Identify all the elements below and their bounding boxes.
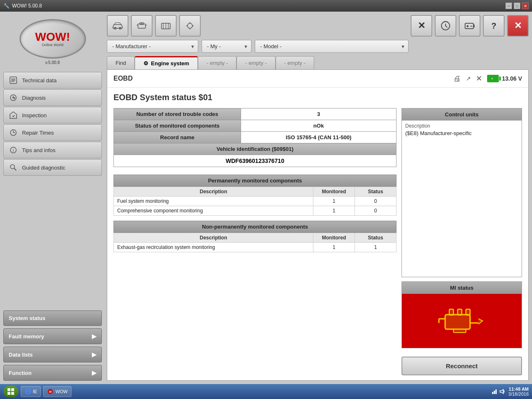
fuel-system-monitored: 1 xyxy=(313,197,355,206)
battery-voltage: 13.06 V xyxy=(502,75,522,82)
guided-diagnostic-icon xyxy=(9,163,18,172)
minimize-button[interactable]: ─ xyxy=(505,2,512,9)
toolbar: ✕ ? ✕ xyxy=(107,15,529,40)
eobd-title: EOBD System status $01 xyxy=(113,93,522,102)
col-monitored: Monitored xyxy=(313,187,355,197)
diagnosis-icon xyxy=(9,93,18,102)
system-status-button[interactable]: System status xyxy=(3,310,102,326)
table-row: Exhaust-gas recirculation system monitor… xyxy=(114,243,397,252)
data-lists-label: Data lists xyxy=(9,352,33,358)
titlebar-controls: ─ □ ✕ xyxy=(505,2,529,9)
sidebar-item-guided-diagnostic[interactable]: Guided diagnostic xyxy=(3,159,102,176)
col-status: Status xyxy=(355,187,397,197)
logo: WOW! Online World xyxy=(20,19,86,59)
egr-status: 1 xyxy=(355,243,397,252)
tips-infos-label: Tips and infos xyxy=(22,147,55,153)
close-panel-button[interactable]: ✕ xyxy=(476,74,482,83)
start-button[interactable] xyxy=(3,386,18,397)
status-monitored-value: nOk xyxy=(241,120,397,132)
technical-data-icon xyxy=(9,76,18,85)
tips-infos-icon: i xyxy=(9,145,18,155)
svg-rect-56 xyxy=(495,389,497,394)
svg-rect-38 xyxy=(449,309,453,315)
table-row: Comprehensive component monitoring 1 0 xyxy=(114,206,397,216)
logo-name: WOW! xyxy=(35,31,70,43)
data-lists-arrow: ▶ xyxy=(92,351,96,358)
data-lists-button[interactable]: Data lists ▶ xyxy=(3,347,102,362)
svg-rect-35 xyxy=(496,77,497,80)
fault-memory-button[interactable]: Fault memory ▶ xyxy=(3,328,102,344)
model-dropdown-wrapper: - Model - ▼ xyxy=(255,40,409,53)
maximize-button[interactable]: □ xyxy=(514,2,520,9)
sidebar-item-technical-data[interactable]: Technical data xyxy=(3,72,102,89)
technical-data-label: Technical data xyxy=(22,77,57,84)
volume-icon xyxy=(499,389,505,394)
detach-button[interactable]: ↗ xyxy=(466,75,471,82)
reconnect-label: Reconnect xyxy=(446,362,478,369)
sidebar-item-diagnosis[interactable]: Diagnosis xyxy=(3,89,102,106)
trouble-codes-value: 3 xyxy=(241,108,397,120)
svg-rect-45 xyxy=(7,388,10,391)
manufacturer-dropdown[interactable]: - Manufacturer - xyxy=(107,40,198,53)
tab-engine-system[interactable]: ⚙ Engine system xyxy=(135,56,198,69)
logo-area: WOW! Online World v.5.00.8 xyxy=(3,15,102,71)
vehicle-id-label: Vehicle identification ($09$01) xyxy=(114,143,397,155)
taskbar-ie-button[interactable]: IE xyxy=(21,386,41,397)
tab-engine-system-label: Engine system xyxy=(151,60,189,66)
function-button[interactable]: Function ▶ xyxy=(3,365,102,381)
tab-empty-2[interactable]: - empty - xyxy=(236,56,275,69)
permanently-monitored-header: Permanently monitored components xyxy=(113,175,397,187)
tab-empty-2-label: - empty - xyxy=(245,60,266,66)
logo-subtitle: Online World xyxy=(42,43,64,47)
toolbar-exit-button[interactable]: ✕ xyxy=(507,15,529,37)
toolbar-connector-button[interactable] xyxy=(179,15,201,37)
record-name-value: ISO 15765-4 (CAN 11-500) xyxy=(241,132,397,143)
egr-desc: Exhaust-gas recirculation system monitor… xyxy=(114,243,313,252)
comprehensive-desc: Comprehensive component monitoring xyxy=(114,206,313,216)
svg-rect-47 xyxy=(7,392,10,395)
toolbar-close-button[interactable]: ✕ xyxy=(411,15,432,37)
svg-rect-55 xyxy=(494,391,495,394)
close-window-button[interactable]: ✕ xyxy=(522,2,529,9)
print-button[interactable]: 🖨 xyxy=(453,74,461,83)
sidebar-item-repair-times[interactable]: Repair Times xyxy=(3,124,102,141)
tab-empty-1[interactable]: - empty - xyxy=(198,56,236,69)
battery-icon: + xyxy=(487,75,499,82)
svg-point-10 xyxy=(10,165,15,169)
svg-rect-30 xyxy=(473,25,475,27)
non-permanently-monitored-header: Non-permanently monitored components xyxy=(113,221,397,233)
toolbar-car-button[interactable] xyxy=(107,15,128,37)
fuel-system-status: 0 xyxy=(355,197,397,206)
table-row: Fuel system monitoring 1 0 xyxy=(114,197,397,206)
comprehensive-status: 0 xyxy=(355,206,397,216)
reconnect-button[interactable]: Reconnect xyxy=(401,357,522,375)
inspection-icon xyxy=(9,111,18,120)
toolbar-circular-button[interactable] xyxy=(435,15,456,37)
taskbar-time: 11:48 AM xyxy=(508,387,529,392)
svg-rect-39 xyxy=(458,309,462,315)
tab-empty-3[interactable]: - empty - xyxy=(276,56,314,69)
my-dropdown-wrapper: - My - ▼ xyxy=(202,40,251,53)
taskbar-date: 3/18/2016 xyxy=(508,392,529,397)
titlebar-left: 🔧 WOW! 5.00.8 xyxy=(3,3,42,9)
table-row: WDF63960123376710 xyxy=(114,155,397,167)
trouble-codes-label: Number of stored trouble codes xyxy=(114,108,241,120)
my-dropdown[interactable]: - My - xyxy=(202,40,251,53)
toolbar-battery-button[interactable] xyxy=(459,15,480,37)
toolbar-help-button[interactable]: ? xyxy=(483,15,505,37)
system-status-label: System status xyxy=(9,315,45,321)
svg-rect-40 xyxy=(466,309,470,315)
sidebar-item-inspection[interactable]: Inspection xyxy=(3,107,102,123)
col-description-np: Description xyxy=(114,233,313,243)
control-units-header: Control units xyxy=(402,108,522,121)
tabs-row: Find ⚙ Engine system - empty - - empty -… xyxy=(107,56,529,69)
toolbar-engine-button[interactable] xyxy=(131,15,153,37)
toolbar-tools-button[interactable] xyxy=(155,15,177,37)
model-dropdown[interactable]: - Model - xyxy=(255,40,409,53)
dropdowns-row: - Manufacturer - ▼ - My - ▼ - Model - ▼ xyxy=(107,40,529,56)
sidebar-item-tips-infos[interactable]: i Tips and infos xyxy=(3,142,102,158)
taskbar-wow-button[interactable]: W WOW xyxy=(43,386,71,397)
col-monitored-np: Monitored xyxy=(313,233,355,243)
table-header-row: Description Monitored Status xyxy=(114,187,397,197)
tab-find[interactable]: Find xyxy=(107,56,135,69)
